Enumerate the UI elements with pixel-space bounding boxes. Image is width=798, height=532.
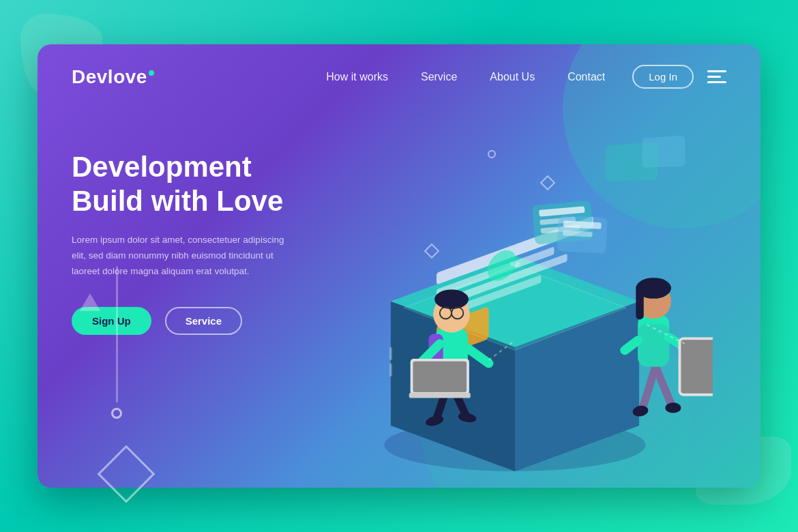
- svg-rect-44: [681, 340, 713, 394]
- navbar: Devlove How it works Service About Us Co…: [38, 44, 760, 102]
- main-card: Devlove How it works Service About Us Co…: [38, 44, 760, 488]
- svg-rect-14: [389, 364, 392, 376]
- hero-subtitle: Lorem ipsum dolor sit amet, consectetuer…: [72, 233, 290, 280]
- nav-contact[interactable]: Contact: [567, 71, 605, 83]
- nav-actions: Log In: [632, 65, 726, 89]
- hero-title: Development Build with Love: [72, 150, 331, 219]
- logo-text: Devlove: [72, 66, 147, 87]
- side-line-bar: [116, 266, 118, 402]
- floating-card-2: [642, 136, 685, 168]
- side-line-decoration: [111, 266, 122, 419]
- nav-links: How it works Service About Us Contact: [326, 71, 605, 83]
- svg-point-35: [665, 402, 681, 413]
- hero-text: Development Build with Love Lorem ipsum …: [72, 123, 331, 335]
- nav-service[interactable]: Service: [421, 71, 457, 83]
- service-button[interactable]: Service: [165, 307, 242, 335]
- svg-rect-28: [409, 393, 471, 398]
- deco-dot-1: [488, 150, 496, 158]
- svg-line-32: [642, 367, 655, 409]
- svg-point-15: [509, 261, 520, 267]
- svg-point-23: [434, 289, 469, 309]
- triangle-decoration: [80, 293, 100, 311]
- hero-buttons: Sign Up Service: [72, 307, 331, 335]
- hero-section: Development Build with Love Lorem ipsum …: [38, 102, 760, 477]
- logo-dot: [149, 70, 154, 76]
- svg-rect-27: [413, 361, 467, 392]
- hamburger-menu-icon[interactable]: [707, 70, 726, 83]
- isometric-illustration: [317, 171, 713, 484]
- hero-title-line2: Build with Love: [72, 185, 283, 217]
- hero-illustration: [331, 123, 726, 477]
- login-button[interactable]: Log In: [632, 65, 694, 89]
- svg-line-33: [655, 367, 672, 407]
- side-line-circle: [111, 408, 122, 419]
- svg-rect-13: [389, 347, 392, 360]
- nav-how-it-works[interactable]: How it works: [326, 71, 388, 83]
- logo[interactable]: Devlove: [72, 66, 154, 88]
- svg-rect-37: [638, 324, 669, 366]
- nav-about-us[interactable]: About Us: [490, 71, 535, 83]
- hero-title-line1: Development: [72, 151, 252, 183]
- svg-rect-40: [636, 287, 644, 320]
